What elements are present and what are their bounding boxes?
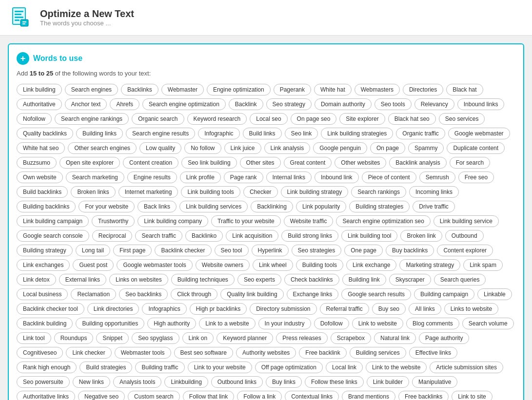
tag-item[interactable]: Snippet — [96, 332, 129, 344]
tag-item[interactable]: Analysis tools — [113, 376, 161, 388]
tag-item[interactable]: Link tool — [17, 332, 51, 344]
tag-item[interactable]: Other search engines — [68, 142, 137, 154]
tag-item[interactable]: Link popularity — [296, 201, 346, 212]
tag-item[interactable]: Link building — [17, 84, 62, 95]
tag-item[interactable]: Broken links — [71, 186, 115, 198]
tag-item[interactable]: Article submission sites — [430, 362, 503, 373]
tag-item[interactable]: Search queries — [434, 274, 486, 286]
tag-item[interactable]: Other websites — [335, 157, 386, 169]
tag-item[interactable]: On page seo — [291, 113, 337, 125]
tag-item[interactable]: Link spam — [463, 259, 503, 271]
tag-item[interactable]: Organic traffic — [396, 128, 445, 139]
tag-item[interactable]: Content explorer — [437, 245, 493, 256]
tag-item[interactable]: Linkable — [477, 288, 512, 300]
tag-item[interactable]: Best seo software — [174, 347, 233, 359]
tag-item[interactable]: Website traffic — [284, 215, 334, 227]
tag-item[interactable]: Link to website — [352, 318, 403, 329]
tag-item[interactable]: All links — [409, 303, 441, 315]
tag-item[interactable]: Search engine optimization — [142, 98, 226, 110]
tag-item[interactable]: Page authority — [419, 332, 469, 344]
tag-item[interactable]: Link building tools — [181, 186, 240, 198]
tag-item[interactable]: New links — [73, 376, 110, 388]
tag-item[interactable]: Own website — [17, 171, 63, 183]
tag-item[interactable]: Manipulative — [412, 376, 457, 388]
tag-item[interactable]: First page — [113, 245, 152, 256]
tag-item[interactable]: Infographic — [198, 128, 239, 139]
tag-item[interactable]: Building backlinks — [17, 201, 76, 212]
tag-item[interactable]: Page rank — [224, 171, 263, 183]
tag-item[interactable]: Link building service — [433, 215, 499, 227]
tag-item[interactable]: Black hat seo — [388, 113, 436, 125]
tag-item[interactable]: Engine optimization — [207, 84, 271, 95]
tag-item[interactable]: Backlinking — [251, 201, 293, 212]
tag-item[interactable]: Internal links — [266, 171, 312, 183]
tag-item[interactable]: Back links — [138, 201, 177, 212]
tag-item[interactable]: Long tail — [76, 245, 110, 256]
tag-item[interactable]: White hat seo — [17, 142, 65, 154]
tag-item[interactable]: Directories — [403, 84, 443, 95]
tag-item[interactable]: Guest post — [73, 259, 114, 271]
tag-item[interactable]: Drive traffic — [413, 201, 454, 212]
tag-item[interactable]: Infographics — [142, 303, 186, 315]
tag-item[interactable]: Backlink checker — [155, 245, 211, 256]
tag-item[interactable]: Search traffic — [135, 230, 182, 242]
tag-item[interactable]: Check backlinks — [284, 274, 339, 286]
plus-button[interactable]: + — [17, 52, 29, 65]
tag-item[interactable]: Search engine optimization seo — [336, 215, 430, 227]
tag-item[interactable]: Google penguin — [313, 142, 367, 154]
tag-item[interactable]: One page — [344, 245, 383, 256]
tag-item[interactable]: Quality backlinks — [17, 128, 73, 139]
tag-item[interactable]: Relevancy — [414, 98, 454, 110]
tag-item[interactable]: Build strong links — [281, 230, 338, 242]
tag-item[interactable]: Webmaster — [161, 84, 204, 95]
tag-item[interactable]: Webmasters — [355, 84, 400, 95]
tag-item[interactable]: Free seo — [458, 171, 494, 183]
tag-item[interactable]: Outbound links — [211, 376, 263, 388]
tag-item[interactable]: Follow a link — [237, 391, 282, 400]
tag-item[interactable]: Link to the website — [366, 362, 427, 373]
tag-item[interactable]: Seo strategies — [292, 245, 342, 256]
tag-item[interactable]: Reciprocal — [92, 230, 133, 242]
tag-item[interactable]: Keyword research — [187, 113, 247, 125]
tag-item[interactable]: Backlinko — [185, 230, 223, 242]
tag-item[interactable]: Seo link — [285, 128, 318, 139]
tag-item[interactable]: Contextual links — [285, 391, 339, 400]
tag-item[interactable]: Search marketing — [66, 171, 124, 183]
tag-item[interactable]: Rank high enough — [17, 362, 77, 373]
tag-item[interactable]: Building traffic — [135, 362, 184, 373]
tag-item[interactable]: Marketing strategy — [399, 259, 460, 271]
tag-item[interactable]: Webmaster tools — [115, 347, 171, 359]
tag-item[interactable]: Press releases — [276, 332, 327, 344]
tag-item[interactable]: No follow — [184, 142, 221, 154]
tag-item[interactable]: Piece of content — [362, 171, 416, 183]
tag-item[interactable]: External links — [59, 274, 106, 286]
tag-item[interactable]: Link to your website — [188, 362, 252, 373]
tag-item[interactable]: Link building services — [179, 201, 248, 212]
tag-item[interactable]: Checker — [243, 186, 278, 198]
tag-item[interactable]: Black hat — [446, 84, 483, 95]
tag-item[interactable]: Buy backlinks — [386, 245, 434, 256]
tag-item[interactable]: Follow these links — [305, 376, 364, 388]
tag-item[interactable]: Roundups — [54, 332, 94, 344]
tag-item[interactable]: Link to a website — [199, 318, 255, 329]
tag-item[interactable]: Anchor text — [65, 98, 107, 110]
tag-item[interactable]: Ahrefs — [110, 98, 139, 110]
tag-item[interactable]: Quality link building — [220, 288, 283, 300]
tag-item[interactable]: Other sites — [240, 157, 281, 169]
tag-item[interactable]: Building opportunities — [76, 318, 144, 329]
tag-item[interactable]: Link juice — [224, 142, 261, 154]
tag-item[interactable]: Organic search — [132, 113, 184, 125]
tag-item[interactable]: Content creation — [123, 157, 178, 169]
tag-item[interactable]: Scrapebox — [331, 332, 371, 344]
tag-item[interactable]: Duplicate content — [447, 142, 505, 154]
tag-item[interactable]: Link building company — [138, 215, 208, 227]
tag-item[interactable]: Building strategy — [17, 245, 73, 256]
tag-item[interactable]: Building services — [350, 347, 406, 359]
tag-item[interactable]: Outbound — [445, 230, 484, 242]
tag-item[interactable]: Link checker — [66, 347, 111, 359]
tag-item[interactable]: Local business — [17, 288, 68, 300]
tag-item[interactable]: Links to website — [444, 303, 498, 315]
tag-item[interactable]: Internet marketing — [118, 186, 178, 198]
tag-item[interactable]: Google webmaster — [448, 128, 510, 139]
tag-item[interactable]: Linkbuilding — [164, 376, 208, 388]
